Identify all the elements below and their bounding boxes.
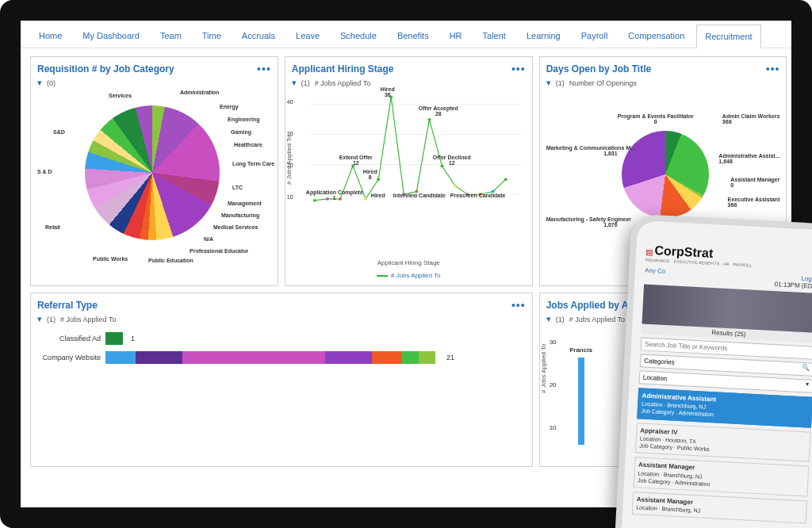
panel-title: Days Open by Job Title <box>546 60 651 78</box>
y-axis-label: # Jobs Applied To <box>285 135 292 185</box>
bar-value: 21 <box>446 354 454 362</box>
filter-icon[interactable]: ▾ <box>546 314 551 324</box>
filter-metric: # Jobs Applied To <box>60 316 116 323</box>
filter-icon[interactable]: ▾ <box>546 78 551 88</box>
panel-more-icon[interactable]: ••• <box>766 63 780 75</box>
filter-count: (1) <box>301 79 310 87</box>
svg-point-18 <box>453 184 456 187</box>
company-link[interactable]: Any Co <box>644 266 665 281</box>
panel-title: Requisition # by Job Category <box>37 60 174 78</box>
filter-icon[interactable]: ▾ <box>37 314 42 324</box>
pie-slice-label: Gaming <box>231 129 251 135</box>
tab-leave[interactable]: Leave <box>287 24 328 48</box>
filter-icon[interactable]: ▾ <box>37 78 42 88</box>
tab-my-dashboard[interactable]: My Dashboard <box>74 24 148 48</box>
filter-count: (0) <box>47 79 56 87</box>
panel-more-icon[interactable]: ••• <box>511 63 526 75</box>
pie-slice-label: Retail <box>45 224 60 230</box>
svg-point-10 <box>504 178 508 181</box>
tab-recruitment[interactable]: Recruitment <box>696 25 760 48</box>
tab-payroll[interactable]: Payroll <box>573 24 617 48</box>
panel-title: Applicant Hiring Stage <box>292 60 394 78</box>
tab-home[interactable]: Home <box>30 24 71 48</box>
pie-slice-label: N/A <box>204 236 213 242</box>
panel-title: Referral Type <box>37 297 98 314</box>
pie-slice-label: S & D <box>37 169 52 174</box>
tab-talent[interactable]: Talent <box>474 24 515 48</box>
y-axis-label: # Jobs Applied To <box>539 343 546 393</box>
filter-metric: # Jobs Applied To <box>315 79 370 87</box>
mobile-preview: ▤ CorpStrat INSURANCE · EXECUTIVE BENEFI… <box>612 214 812 528</box>
pie-slice-label: Professional Educator <box>190 248 248 254</box>
pie-slice-label: Management <box>228 201 262 206</box>
pie-slice-label: Services <box>109 93 132 98</box>
pie-slice-label: LTC <box>232 185 243 190</box>
tab-time[interactable]: Time <box>193 24 230 48</box>
pie-slice-label: Public Education <box>148 258 193 263</box>
bar-value: 1 <box>131 335 135 342</box>
tab-benefits[interactable]: Benefits <box>389 24 438 48</box>
legend-label: # Jobs Applied To <box>391 272 441 279</box>
chart-referral-bars: Classified Ad 1 Company Website <box>37 326 526 460</box>
pie-slice-label: Medical Services <box>213 224 258 230</box>
svg-point-17 <box>364 197 367 201</box>
filter-count: (1) <box>556 316 565 323</box>
pie-slice-label: Manufacturing <box>221 212 259 218</box>
brand-logo: ▤ CorpStrat INSURANCE · EXECUTIVE BENEFI… <box>645 243 812 271</box>
panel-more-icon[interactable]: ••• <box>257 63 271 75</box>
filter-count: (1) <box>47 316 56 323</box>
job-card[interactable]: Administrative Assistant Location · Bran… <box>637 388 812 427</box>
pie-slice-label: Energy <box>220 104 239 109</box>
panel-hiring-stage: Applicant Hiring Stage ••• ▾ (1) # Jobs … <box>285 56 533 286</box>
tab-learning[interactable]: Learning <box>518 24 569 48</box>
pie-slice-label: Healthcare <box>234 142 262 147</box>
bar-label: Classified Ad <box>37 335 101 342</box>
pie-chart <box>622 131 709 218</box>
x-axis-label: Applicant Hiring Stage <box>377 259 440 266</box>
filter-icon[interactable]: ▾ <box>292 78 297 88</box>
chart-hiring-line: # Jobs Applied To Appli <box>292 90 526 279</box>
search-icon: 🔍 <box>802 364 810 372</box>
job-card[interactable]: Appraiser IV Location · Houston, TX Job … <box>635 423 811 462</box>
pie-slice-label: Administration <box>180 90 219 95</box>
bar-francis <box>578 358 584 445</box>
bar-label: Company Website <box>37 354 101 362</box>
pie-slice-label: Public Works <box>93 256 128 262</box>
filter-metric: # Jobs Applied To <box>569 316 625 323</box>
filter-count: (1) <box>556 79 565 87</box>
tab-schedule[interactable]: Schedule <box>331 24 385 48</box>
tab-team[interactable]: Team <box>151 24 190 48</box>
tab-compensation[interactable]: Compensation <box>619 24 693 48</box>
job-card[interactable]: Assistant Manager Location · Branchburg,… <box>634 457 810 496</box>
filter-metric: Number Of Openings <box>569 79 637 87</box>
chart-req-pie: Services Administration Energy Engineeri… <box>37 90 271 279</box>
bar-label: Francis <box>569 346 592 354</box>
top-nav: Home My Dashboard Team Time Accruals Lea… <box>21 21 791 48</box>
tab-accruals[interactable]: Accruals <box>233 24 284 48</box>
pie-slice-label: S&D <box>53 129 65 135</box>
panel-req-by-category: Requisition # by Job Category ••• ▾ (0) … <box>30 56 278 286</box>
chevron-down-icon: ▾ <box>806 381 809 388</box>
current-time: 01:13PM (EDT) <box>775 281 812 290</box>
pie-slice-label: Engineering <box>228 117 259 122</box>
job-card[interactable]: Assistant Manager Location · Branchburg,… <box>632 492 807 524</box>
tab-hr[interactable]: HR <box>441 24 471 48</box>
panel-referral-type: Referral Type ••• ▾ (1) # Jobs Applied T… <box>30 293 533 467</box>
panel-more-icon[interactable]: ••• <box>511 299 526 312</box>
pie-chart <box>85 105 220 240</box>
svg-point-8 <box>427 118 431 121</box>
pie-slice-label: Long Term Care <box>232 161 274 166</box>
